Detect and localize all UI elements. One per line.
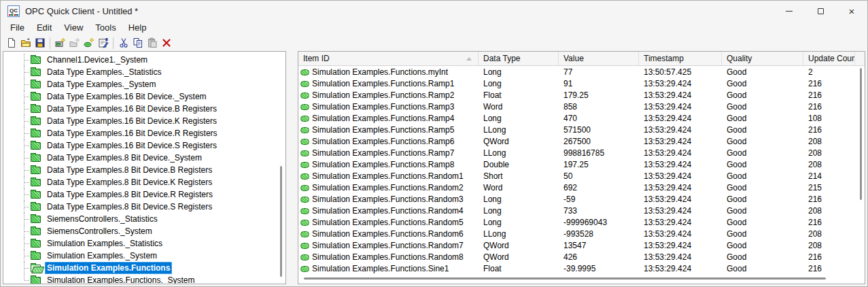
tree-item[interactable]: Data Type Examples._Statistics: [3, 66, 276, 78]
tree-item-label: Data Type Examples.8 Bit Device._System: [45, 152, 204, 164]
tree-vertical-scrollbar[interactable]: [280, 166, 282, 277]
table-row[interactable]: Simulation Examples.Functions.Random2Wor…: [298, 182, 865, 194]
column-header-label: Item ID: [303, 54, 330, 63]
tree-item[interactable]: Data Type Examples.16 Bit Device.S Regis…: [3, 139, 276, 152]
cell-item-id: Simulation Examples.Functions.myInt: [298, 67, 479, 78]
table-row[interactable]: Simulation Examples.Functions.Ramp2Float…: [298, 90, 865, 101]
paste-icon: [147, 37, 158, 48]
tree-item[interactable]: Data Type Examples.8 Bit Device.K Regist…: [3, 176, 276, 188]
tree-connector-stub: [24, 170, 29, 171]
tree-item[interactable]: SiemensControllers._System: [3, 225, 276, 237]
column-header-item-id[interactable]: Item ID: [298, 52, 479, 65]
table-row[interactable]: Simulation Examples.Functions.Ramp8Doubl…: [298, 159, 865, 171]
column-header-update-count[interactable]: Update Count: [803, 52, 855, 65]
tree-item[interactable]: Data Type Examples.16 Bit Device.K Regis…: [3, 115, 276, 127]
cell-update-count: 208: [803, 148, 855, 159]
cell-quality: Good: [722, 240, 803, 252]
properties-button[interactable]: [96, 36, 110, 50]
table-row[interactable]: Simulation Examples.Functions.Random5Lon…: [298, 217, 865, 229]
new-file-button[interactable]: [4, 36, 18, 50]
copy-button[interactable]: [131, 36, 145, 50]
tree-item[interactable]: Data Type Examples.8 Bit Device.B Regist…: [3, 164, 276, 176]
cell-quality: Good: [722, 136, 803, 148]
table-horizontal-scrollbar[interactable]: [304, 277, 826, 280]
cell-timestamp: 13:53:29.424: [639, 182, 722, 194]
table-row[interactable]: Simulation Examples.Functions.Sine1Float…: [298, 263, 865, 275]
item-id-label: Simulation Examples.Functions.Ramp1: [312, 78, 454, 90]
tree-connector-stub: [24, 182, 29, 183]
column-header-filler: [855, 52, 865, 65]
item-id-label: Simulation Examples.Functions.Ramp7: [312, 148, 454, 159]
menu-help[interactable]: Help: [122, 21, 153, 35]
table-row[interactable]: Simulation Examples.Functions.Random7QWo…: [298, 240, 865, 252]
column-header-value[interactable]: Value: [559, 52, 639, 65]
tree-item[interactable]: Simulation Examples.Functions: [3, 262, 276, 274]
tree-item[interactable]: Data Type Examples.16 Bit Device._System: [3, 90, 276, 103]
cell-data-type: LLong: [479, 148, 559, 159]
table-vertical-scrollbar[interactable]: [860, 68, 862, 200]
tree-item[interactable]: Data Type Examples.16 Bit Device.R Regis…: [3, 127, 276, 139]
menu-file[interactable]: File: [4, 21, 31, 35]
cell-data-type: Long: [479, 205, 559, 217]
tree-item[interactable]: Data Type Examples.8 Bit Device.S Regist…: [3, 201, 276, 213]
table-row[interactable]: Simulation Examples.Functions.Ramp5LLong…: [298, 124, 865, 136]
close-button[interactable]: ×: [836, 1, 867, 21]
tree-connector-stub: [24, 207, 29, 207]
paste-button[interactable]: [145, 36, 159, 50]
new-group-button[interactable]: [67, 36, 82, 50]
column-header-quality[interactable]: Quality: [722, 52, 803, 65]
delete-button[interactable]: [159, 36, 173, 50]
new-item-button[interactable]: [82, 36, 96, 50]
table-row[interactable]: Simulation Examples.Functions.Ramp7LLong…: [298, 148, 865, 159]
cell-data-type: Long: [479, 194, 559, 205]
item-tag-icon: [300, 254, 309, 260]
cut-button[interactable]: [116, 36, 131, 50]
cell-item-id: Simulation Examples.Functions.Random8: [298, 252, 479, 263]
tree-item[interactable]: Data Type Examples.16 Bit Device.B Regis…: [3, 103, 276, 115]
cell-value: 267500: [559, 136, 639, 148]
tree-connector-stub: [24, 256, 29, 256]
folder-icon: [31, 240, 41, 248]
tree-connector-stub: [24, 84, 29, 85]
column-header-label: Timestamp: [644, 54, 684, 63]
table-row[interactable]: Simulation Examples.Functions.Ramp4Long4…: [298, 113, 865, 124]
table-row[interactable]: Simulation Examples.Functions.Random6LLo…: [298, 229, 865, 240]
open-file-button[interactable]: [18, 36, 33, 50]
table-row[interactable]: Simulation Examples.Functions.Random4Lon…: [298, 205, 865, 217]
table-row[interactable]: Simulation Examples.Functions.myIntLong7…: [298, 67, 865, 78]
tree-item[interactable]: Channel1.Device1._System: [3, 54, 276, 66]
folder-icon: [31, 56, 41, 64]
save-button[interactable]: [33, 36, 47, 50]
table-row[interactable]: Simulation Examples.Functions.Ramp1Long9…: [298, 78, 865, 90]
tree-item[interactable]: Data Type Examples.8 Bit Device._System: [3, 152, 276, 164]
table-row[interactable]: Simulation Examples.Functions.Ramp6QWord…: [298, 136, 865, 148]
column-header-label: Quality: [727, 54, 752, 63]
new-server-connection-button[interactable]: [53, 36, 67, 50]
tree-connector-stub: [24, 97, 29, 97]
maximize-button[interactable]: [805, 1, 836, 21]
tree-item[interactable]: Data Type Examples._System: [3, 78, 276, 90]
properties-icon: [98, 37, 109, 48]
table-row[interactable]: Simulation Examples.Functions.Random8QWo…: [298, 252, 865, 263]
tree-item[interactable]: Simulation Examples._Statistics: [3, 237, 276, 250]
tree-item[interactable]: SiemensControllers._Statistics: [3, 213, 276, 225]
table-row[interactable]: Simulation Examples.Functions.Random3Lon…: [298, 194, 865, 205]
folder-icon: [31, 93, 41, 101]
minimize-button[interactable]: [774, 1, 805, 21]
cell-quality: Good: [722, 90, 803, 101]
item-id-label: Simulation Examples.Functions.Random5: [312, 217, 464, 229]
column-header-data-type[interactable]: Data Type: [479, 52, 559, 65]
tree-item-label: Data Type Examples._System: [45, 78, 158, 90]
menu-view[interactable]: View: [58, 21, 89, 35]
tree-item[interactable]: Simulation Examples.Functions._System: [3, 274, 276, 284]
cell-timestamp: 13:53:29.424: [639, 78, 722, 90]
menu-tools[interactable]: Tools: [89, 21, 122, 35]
column-header-timestamp[interactable]: Timestamp: [639, 52, 722, 65]
tree-item[interactable]: Simulation Examples._System: [3, 250, 276, 262]
item-id-label: Simulation Examples.Functions.Ramp4: [312, 113, 454, 124]
menu-edit[interactable]: Edit: [31, 21, 58, 35]
tree-item[interactable]: Data Type Examples.8 Bit Device.R Regist…: [3, 188, 276, 201]
table-row[interactable]: Simulation Examples.Functions.Random1Sho…: [298, 171, 865, 182]
folder-icon: [31, 167, 41, 174]
table-row[interactable]: Simulation Examples.Functions.Ramp3Word8…: [298, 101, 865, 113]
